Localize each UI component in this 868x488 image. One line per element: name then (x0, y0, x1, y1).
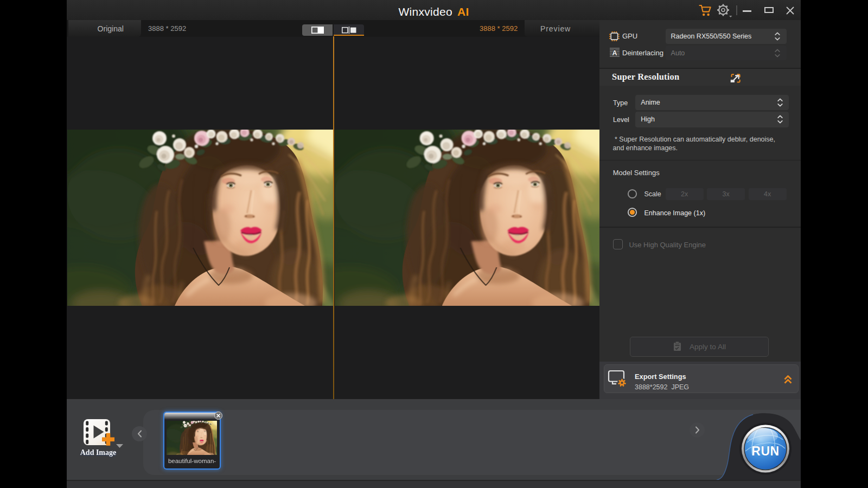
svg-text:A: A (612, 49, 617, 57)
svg-text:RUN: RUN (751, 444, 779, 458)
